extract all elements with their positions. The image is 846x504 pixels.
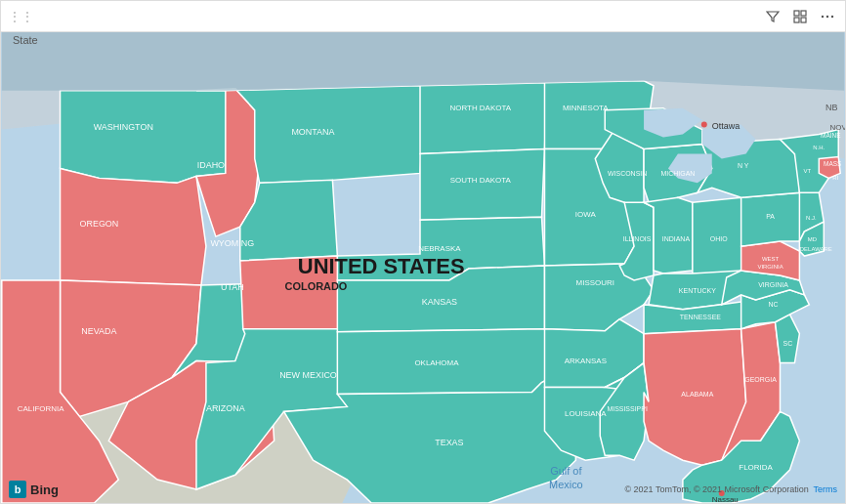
svg-rect-2 — [794, 18, 799, 22]
label-nebraska: NEBRASKA — [418, 244, 461, 253]
copyright-text: © 2021 TomTom, © 2021 Microsoft Corporat… — [624, 484, 837, 494]
label-illinois: ILLINOIS — [623, 235, 652, 242]
us-map-svg: WASHINGTON OREGON IDAHO NEVADA CALIFORNI… — [1, 32, 845, 503]
label-nc: NC — [768, 301, 778, 308]
label-nh: N.H. — [813, 145, 825, 150]
bing-icon: b — [9, 481, 26, 498]
map-area[interactable]: WASHINGTON OREGON IDAHO NEVADA CALIFORNI… — [1, 32, 845, 503]
svg-point-6 — [831, 15, 833, 17]
bing-text: Bing — [30, 483, 59, 497]
label-nevada: NEVADA — [81, 326, 116, 336]
label-alabama: ALABAMA — [681, 391, 713, 398]
label-ri: RI — [832, 175, 838, 181]
focus-icon[interactable] — [790, 7, 810, 26]
label-kentucky: KENTUCKY — [679, 287, 716, 294]
label-georgia: GEORGIA — [744, 377, 777, 384]
label-ohio: OHIO — [710, 235, 728, 242]
label-south-dakota: SOUTH DAKOTA — [450, 176, 512, 185]
label-tennessee: TENNESSEE — [680, 314, 722, 320]
toolbar: ⋮⋮ — [1, 1, 845, 32]
label-louisiana: LOUISIANA — [565, 409, 607, 418]
drag-handle-icon[interactable]: ⋮⋮ — [9, 10, 34, 23]
label-ottawa: Ottawa — [712, 121, 740, 131]
label-new-mexico: NEW MEXICO — [279, 370, 337, 380]
label-missouri: MISSOURI — [576, 278, 614, 287]
copyright-content: © 2021 TomTom, © 2021 Microsoft Corporat… — [624, 484, 808, 494]
label-minnesota: MINNESOTA — [563, 104, 609, 112]
svg-rect-1 — [801, 11, 806, 16]
label-michigan: MICHIGAN — [660, 170, 695, 177]
label-iowa: IOWA — [575, 210, 597, 219]
label-nj: N.J. — [806, 215, 817, 221]
label-idaho: IDAHO — [197, 160, 225, 170]
label-west-virginia: WEST — [762, 256, 780, 262]
svg-rect-0 — [794, 11, 799, 16]
map-container: ⋮⋮ — [0, 0, 846, 504]
us-main-label: UNITED STATES — [298, 254, 465, 278]
state-north-dakota[interactable] — [420, 83, 546, 154]
label-washington: WASHINGTON — [94, 122, 153, 132]
label-maine: MAINE — [821, 132, 841, 139]
ottawa-dot — [701, 122, 707, 128]
label-california: CALIFORNIA — [18, 404, 64, 413]
label-nov: NOV — [830, 123, 845, 132]
svg-point-4 — [822, 15, 824, 17]
label-texas: TEXAS — [435, 438, 463, 447]
label-ny: N Y — [738, 162, 749, 169]
label-sc: SC — [783, 340, 793, 347]
svg-point-5 — [826, 15, 828, 17]
label-florida: FLORIDA — [739, 463, 773, 472]
label-mass: MASS — [824, 160, 842, 167]
label-montana: MONTANA — [291, 127, 334, 137]
label-west-virginia2: VIRGINIA — [757, 264, 783, 270]
label-wisconsin: WISCONSIN — [608, 170, 647, 177]
state-filter-label: State — [9, 32, 42, 48]
label-kansas: KANSAS — [422, 297, 457, 307]
label-delaware: DELAWARE — [800, 246, 832, 252]
bing-logo: b Bing — [9, 481, 59, 498]
label-oregon: OREGON — [79, 219, 118, 229]
label-north-dakota: NORTH DAKOTA — [450, 104, 512, 112]
label-oklahoma: OKLAHOMA — [414, 358, 459, 367]
label-mississippi: MISSISSIPPI — [607, 405, 648, 412]
label-wyoming: WYOMING — [210, 238, 254, 248]
label-nb: NB — [825, 103, 837, 112]
label-colorado: COLORADO — [285, 280, 348, 292]
label-arizona: ARIZONA — [206, 403, 245, 413]
label-utah: UTAH — [221, 282, 244, 292]
label-arkansas: ARKANSAS — [565, 357, 607, 365]
more-options-icon[interactable] — [818, 7, 837, 26]
label-virginia: VIRGINIA — [758, 281, 788, 288]
filter-icon[interactable] — [763, 7, 783, 26]
label-md: MD — [808, 236, 818, 242]
bottom-bar: b Bing © 2021 TomTom, © 2021 Microsoft C… — [1, 476, 845, 503]
label-indiana: INDIANA — [662, 235, 691, 242]
terms-link[interactable]: Terms — [814, 484, 838, 494]
label-pa: PA — [766, 213, 775, 220]
svg-rect-3 — [801, 18, 806, 22]
label-vt: VT — [804, 168, 812, 174]
